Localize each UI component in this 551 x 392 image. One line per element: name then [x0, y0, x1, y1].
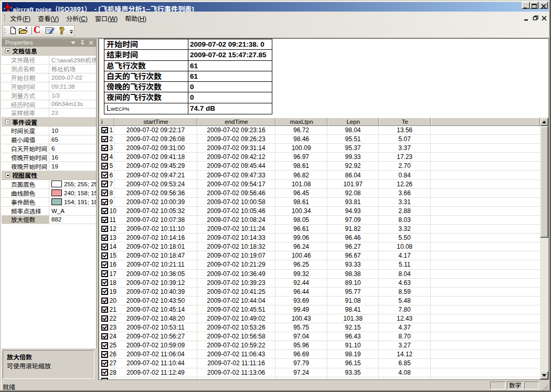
svg-text:?: ?	[60, 26, 65, 35]
